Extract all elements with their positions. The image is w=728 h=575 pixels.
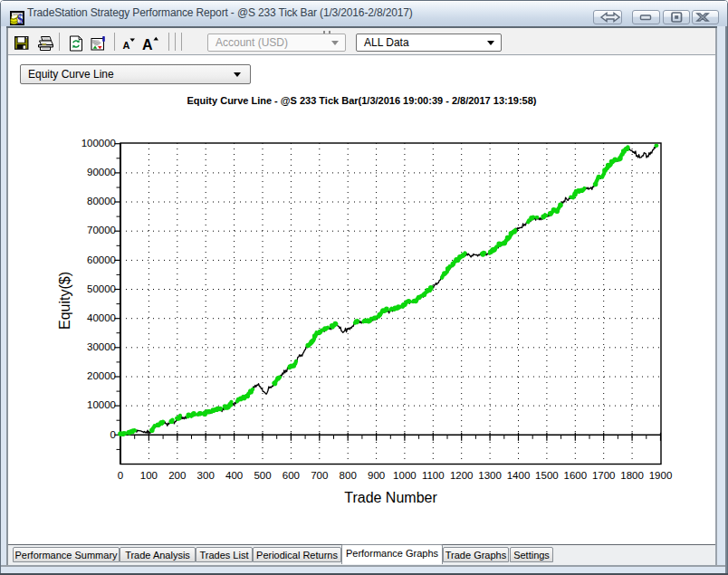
svg-text:A: A <box>142 37 153 53</box>
svg-text:A: A <box>123 40 130 51</box>
svg-text:$: $ <box>17 13 24 26</box>
